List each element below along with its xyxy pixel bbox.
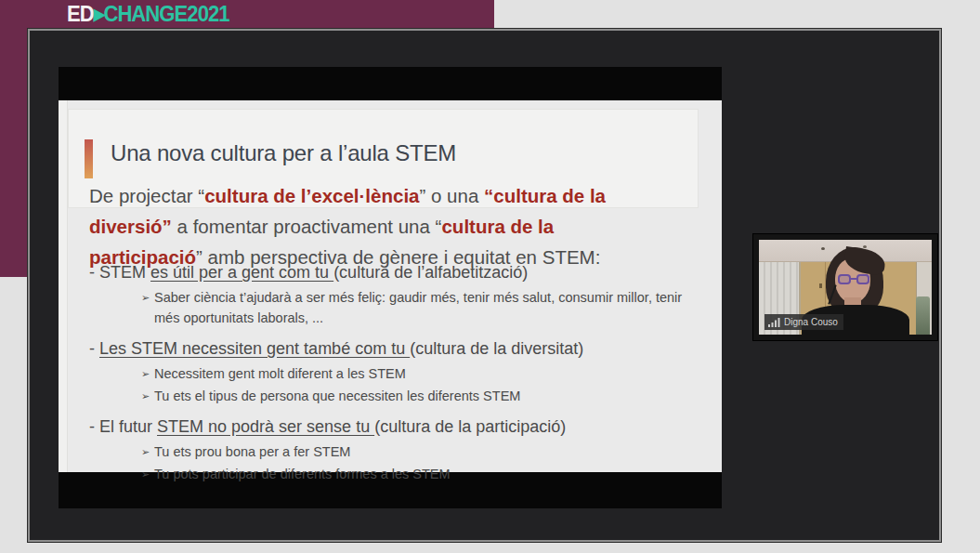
- sub-bullet-arrow-icon: ➢: [141, 464, 154, 484]
- sub-bullet-line: ➢Tu ets el tipus de persona que necessit…: [141, 386, 699, 406]
- bullet-main-text: STEM es útil per a gent com tu (cultura …: [99, 260, 528, 284]
- sub-bullet-arrow-icon: ➢: [141, 287, 154, 328]
- bullet-main-line: -STEM es útil per a gent com tu (cultura…: [89, 260, 712, 284]
- sub-bullet-text: Tu ets prou bona per a fer STEM: [154, 441, 350, 462]
- sub-bullet-arrow-icon: ➢: [141, 441, 154, 462]
- sub-bullet-arrow-icon: ➢: [141, 363, 154, 384]
- webcam-tile[interactable]: Digna Couso: [752, 233, 938, 341]
- slide-bullet-list: -STEM es útil per a gent com tu (cultura…: [89, 260, 712, 493]
- bullet-dash: -: [89, 260, 99, 284]
- sub-bullet-line: ➢Tu ets prou bona per a fer STEM: [141, 441, 699, 462]
- sub-bullet-text: Tu pots participar de diferents formes a…: [154, 464, 451, 484]
- bullet-dash: -: [89, 415, 99, 439]
- edchange-logo: ED▶CHANGE2021: [67, 2, 229, 27]
- bullet-main-line: -El futur STEM no podrà ser sense tu (cu…: [89, 415, 712, 439]
- participant-name: Digna Couso: [784, 314, 838, 330]
- presentation-slide: Una nova cultura per a l’aula STEM De pr…: [59, 100, 722, 472]
- title-accent-bar: [85, 139, 93, 178]
- intro-line: diversió” a fomentar proactivament una “…: [89, 211, 710, 242]
- webcam-video: Digna Couso: [759, 240, 932, 335]
- plant: [916, 296, 930, 335]
- presenter-glasses: [838, 274, 869, 284]
- bullet-dash: -: [89, 336, 99, 361]
- screen-share-region: Una nova cultura per a l’aula STEM De pr…: [59, 67, 722, 508]
- bullet-main-text: El futur STEM no podrà ser sense tu (cul…: [99, 415, 566, 439]
- sub-bullet-arrow-icon: ➢: [141, 386, 154, 406]
- bullet-block: -El futur STEM no podrà ser sense tu (cu…: [89, 415, 712, 484]
- bullet-main-text: Les STEM necessiten gent també com tu (c…: [99, 336, 583, 361]
- bullet-block: -STEM es útil per a gent com tu (cultura…: [89, 260, 712, 328]
- sub-bullet-line: ➢Necessitem gent molt diferent a les STE…: [141, 363, 699, 384]
- logo-change2021-text: CHANGE2021: [103, 2, 229, 26]
- sub-bullet-text: Necessitem gent molt diferent a les STEM: [154, 363, 406, 384]
- video-conference-window: Una nova cultura per a l’aula STEM De pr…: [28, 29, 941, 542]
- play-triangle-icon: ▶: [94, 6, 104, 23]
- bullet-main-line: -Les STEM necessiten gent també com tu (…: [89, 336, 712, 361]
- sub-bullet-text: Tu ets el tipus de persona que necessite…: [154, 386, 520, 406]
- logo-ed-text: ED: [67, 2, 94, 26]
- bullet-block: -Les STEM necessiten gent també com tu (…: [89, 336, 712, 406]
- slide-intro-paragraph: De projectar “cultura de l’excel·lència”…: [89, 180, 710, 272]
- cabinet-handle: [819, 283, 822, 288]
- slide-title: Una nova cultura per a l’aula STEM: [111, 138, 456, 169]
- sub-bullet-line: ➢Tu pots participar de diferents formes …: [141, 464, 699, 484]
- slide-left-margin: [59, 100, 68, 472]
- sub-bullet-text: Saber ciència t’ajudarà a ser més feliç:…: [154, 287, 699, 328]
- intro-line: De projectar “cultura de l’excel·lència”…: [89, 180, 710, 211]
- signal-bars-icon: [768, 318, 780, 327]
- participant-name-label: Digna Couso: [764, 314, 843, 330]
- sub-bullet-line: ➢Saber ciència t’ajudarà a ser més feliç…: [141, 287, 699, 328]
